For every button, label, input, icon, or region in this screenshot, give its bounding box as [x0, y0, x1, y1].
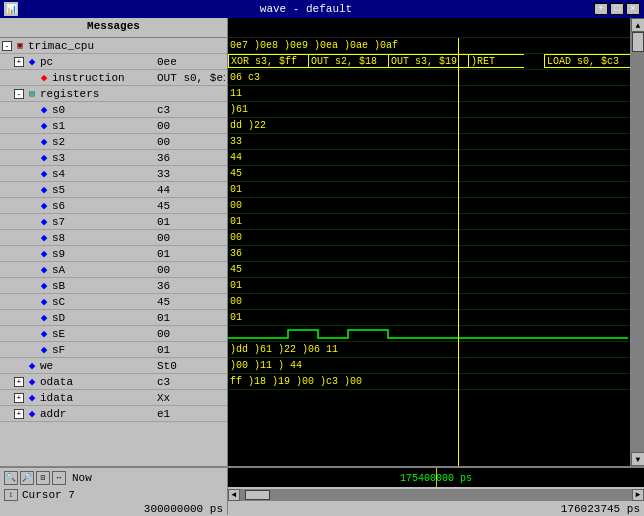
signal-value-sF: 01 [155, 344, 225, 356]
scroll-up-button[interactable]: ▲ [631, 18, 644, 32]
signal-value-s1: 00 [155, 120, 225, 132]
signal-row-sF[interactable]: ◆sF01 [0, 342, 227, 358]
signal-row-s3[interactable]: ◆s336 [0, 150, 227, 166]
signal-name-s9: s9 [52, 248, 155, 260]
waveform-row-s2: )61 [228, 102, 630, 118]
signal-row-s7[interactable]: ◆s701 [0, 214, 227, 230]
signal-name-s2: s2 [52, 136, 155, 148]
signal-value-sD: 01 [155, 312, 225, 324]
icon-trimac_cpu: ▣ [14, 40, 26, 52]
title-icon: 📊 [4, 2, 18, 16]
signal-row-s1[interactable]: ◆s100 [0, 118, 227, 134]
waveform-row-sE: 00 [228, 294, 630, 310]
icon-addr: ◆ [26, 408, 38, 420]
fit-button[interactable]: ⊡ [36, 471, 50, 485]
expand-btn-pc[interactable]: + [14, 57, 24, 67]
signal-name-trimac_cpu: trimac_cpu [28, 40, 155, 52]
waveform-row-s0: 06 c3 [228, 70, 630, 86]
maximize-button[interactable]: □ [610, 3, 624, 15]
cursor-info: ↕ Cursor 7 [0, 487, 228, 502]
signal-row-pc[interactable]: +◆pc0ee [0, 54, 227, 70]
cursor-icon[interactable]: ↕ [4, 489, 18, 501]
signal-name-instruction: instruction [52, 72, 155, 84]
signal-name-s3: s3 [52, 152, 155, 164]
timeline-display: 175400000 ps [228, 468, 644, 487]
zoom-in-button[interactable]: 🔍 [4, 471, 18, 485]
icon-sA: ◆ [38, 264, 50, 276]
signal-value-we: St0 [155, 360, 225, 372]
signal-value-s6: 45 [155, 200, 225, 212]
signal-value-s7: 01 [155, 216, 225, 228]
signal-value-sA: 00 [155, 264, 225, 276]
expand-btn-odata[interactable]: + [14, 377, 24, 387]
signal-name-addr: addr [40, 408, 155, 420]
signal-row-instruction[interactable]: ◆instructionOUT s0, $e1 [0, 70, 227, 86]
expand-btn-addr[interactable]: + [14, 409, 24, 419]
signal-row-sA[interactable]: ◆sA00 [0, 262, 227, 278]
icon-s2: ◆ [38, 136, 50, 148]
signal-name-idata: idata [40, 392, 155, 404]
signal-row-sE[interactable]: ◆sE00 [0, 326, 227, 342]
signal-name-pc: pc [40, 56, 155, 68]
zoom-out-button[interactable]: 🔎 [20, 471, 34, 485]
hscroll-track [240, 489, 632, 501]
signal-row-s4[interactable]: ◆s433 [0, 166, 227, 182]
signal-name-sA: sA [52, 264, 155, 276]
signal-value-s4: 33 [155, 168, 225, 180]
signal-row-s5[interactable]: ◆s544 [0, 182, 227, 198]
signal-row-odata[interactable]: +◆odatac3 [0, 374, 227, 390]
cursor-button[interactable]: ↔ [52, 471, 66, 485]
signal-row-sD[interactable]: ◆sD01 [0, 310, 227, 326]
signal-row-we[interactable]: ◆weSt0 [0, 358, 227, 374]
signal-value-odata: c3 [155, 376, 225, 388]
content-area: Messages -▣trimac_cpu+◆pc0ee◆instruction… [0, 18, 644, 466]
waveform-row-pc: 0e7 )0e8 )0e9 )0ea )0ae )0af [228, 38, 630, 54]
timeline-cursor-line [436, 468, 437, 487]
signal-row-s2[interactable]: ◆s200 [0, 134, 227, 150]
time-values-row: 300000000 ps 176023745 ps [0, 503, 644, 516]
signal-name-s6: s6 [52, 200, 155, 212]
signal-value-s0: c3 [155, 104, 225, 116]
signal-name-sE: sE [52, 328, 155, 340]
vertical-scrollbar[interactable]: ▲ ▼ [630, 18, 644, 466]
now-time-value: 300000000 ps [144, 503, 223, 515]
signal-row-s6[interactable]: ◆s645 [0, 198, 227, 214]
icon-odata: ◆ [26, 376, 38, 388]
waveform-row-s7: 01 [228, 182, 630, 198]
waveform-row-sC: 45 [228, 262, 630, 278]
signal-row-s0[interactable]: ◆s0c3 [0, 102, 227, 118]
main-container: Messages -▣trimac_cpu+◆pc0ee◆instruction… [0, 18, 644, 516]
cursor-label: Cursor 7 [22, 489, 75, 501]
waveform-header [228, 18, 630, 38]
cursor-scrollbar-row: ↕ Cursor 7 ◄ ► [0, 487, 644, 502]
signal-name-s1: s1 [52, 120, 155, 132]
signal-name-we: we [40, 360, 155, 372]
close-button[interactable]: × [626, 3, 640, 15]
icon-s1: ◆ [38, 120, 50, 132]
signal-row-sC[interactable]: ◆sC45 [0, 294, 227, 310]
expand-btn-trimac_cpu[interactable]: - [2, 41, 12, 51]
title-bar: 📊 wave - default + □ × [0, 0, 644, 18]
minimize-button[interactable]: + [594, 3, 608, 15]
waveform-row-addr: ff )18 )19 )00 )c3 )00 [228, 374, 630, 390]
signal-row-s9[interactable]: ◆s901 [0, 246, 227, 262]
signal-row-trimac_cpu[interactable]: -▣trimac_cpu [0, 38, 227, 54]
expand-btn-idata[interactable]: + [14, 393, 24, 403]
expand-btn-registers[interactable]: - [14, 89, 24, 99]
hscroll-right-button[interactable]: ► [632, 489, 644, 501]
signal-row-addr[interactable]: +◆addre1 [0, 406, 227, 422]
signal-row-registers[interactable]: -▤registers [0, 86, 227, 102]
signal-row-sB[interactable]: ◆sB36 [0, 278, 227, 294]
signal-value-s9: 01 [155, 248, 225, 260]
signal-name-s0: s0 [52, 104, 155, 116]
waveform-row-we [228, 326, 630, 342]
signal-name-sD: sD [52, 312, 155, 324]
scroll-thumb[interactable] [632, 32, 644, 52]
icon-instruction: ◆ [38, 72, 50, 84]
timeline-area: 🔍 🔎 ⊡ ↔ Now 175400000 ps [0, 468, 644, 487]
signal-row-idata[interactable]: +◆idataXx [0, 390, 227, 406]
hscroll-left-button[interactable]: ◄ [228, 489, 240, 501]
signal-row-s8[interactable]: ◆s800 [0, 230, 227, 246]
scroll-down-button[interactable]: ▼ [631, 452, 644, 466]
hscroll-thumb[interactable] [245, 490, 270, 500]
